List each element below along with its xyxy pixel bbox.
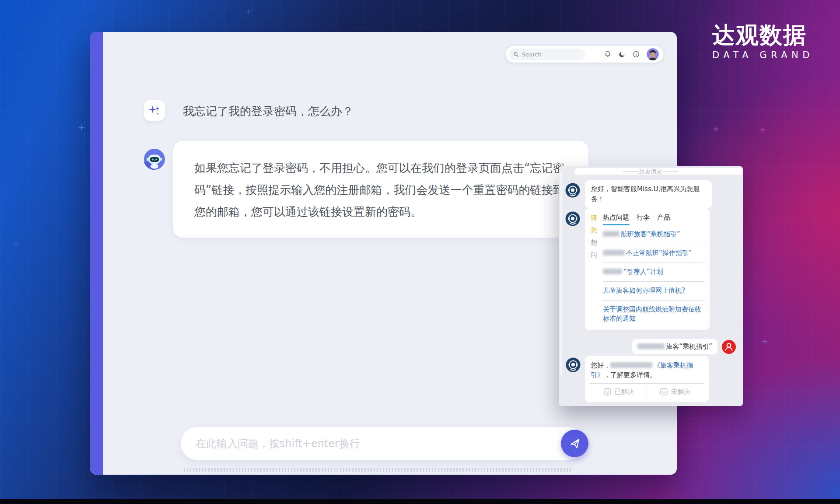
user-message-text: 我忘记了我的登录密码，怎么办？: [183, 104, 354, 119]
info-button[interactable]: [632, 50, 640, 58]
bot-message-text: 如果您忘记了登录密码，不用担心。您可以在我们的登录页面点击“忘记密码”链接，按照…: [194, 157, 571, 223]
bell-icon: [604, 50, 612, 58]
message-input-bar: [181, 427, 585, 460]
bottom-black-bar: [0, 499, 840, 504]
headset-agent-icon: [565, 211, 580, 226]
sparkle-icon: [147, 103, 162, 118]
resolved-label: 已解决: [615, 387, 634, 396]
plus-mark: +: [761, 336, 769, 346]
widget-tabs: 热点问题 行李 产品: [603, 214, 704, 222]
widget-scrollbar[interactable]: [560, 171, 562, 376]
history-divider: -------历史消息-------: [559, 168, 743, 175]
hot-question-link[interactable]: 不正常航班“操作指引”: [603, 244, 704, 263]
notification-bell-button[interactable]: [604, 50, 612, 58]
redacted-text: [603, 269, 622, 274]
plus-mark: +: [12, 238, 20, 249]
desktop-background: + + + + + + + + 达观数据 DATA GRAND: [0, 0, 840, 504]
hot-question-link[interactable]: 关于调整国内航线燃油附加费征收标准的通知: [603, 301, 704, 324]
service-greeting-text: 您好，智能客服Miss.U,很高兴为您服务！: [591, 185, 700, 203]
hot-question-text: 关于调整国内航线燃油附加费征收标准的通知: [603, 305, 701, 322]
answer-prefix: 您好，: [591, 361, 610, 369]
bot-avatar: [144, 149, 165, 170]
robot-icon: [144, 149, 165, 170]
guess-char: 您: [591, 227, 598, 234]
service-avatar: [566, 357, 581, 372]
guess-label: 猜 您 想 问: [591, 214, 598, 324]
redacted-text: [610, 362, 652, 368]
service-greeting-bubble: 您好，智能客服Miss.U,很高兴为您服务！: [585, 180, 712, 208]
user-message-icon: [144, 100, 165, 121]
search-icon: [513, 52, 519, 57]
bot-message-bubble: 如果您忘记了登录密码，不用担心。您可以在我们的登录页面点击“忘记密码”链接，按照…: [173, 141, 588, 238]
hot-question-text: “引荐人”计划: [623, 268, 663, 276]
tab-luggage[interactable]: 行李: [637, 214, 650, 222]
guess-questions-bubble: 猜 您 想 问 热点问题 行李 产品 航班旅客“乘机指引” 不正常航班“操作指引…: [585, 208, 710, 330]
service-chat-widget: -------历史消息------- 您好，智能客服Miss.U,很高兴为您服务…: [559, 166, 743, 406]
headset-agent-icon: [565, 183, 580, 198]
widget-user-message: 旅客“乘机指引”: [632, 339, 736, 354]
hot-question-text: 航班旅客“乘机指引”: [621, 230, 680, 238]
guess-char: 想: [591, 239, 598, 246]
search-input[interactable]: [522, 51, 574, 58]
message-input[interactable]: [181, 438, 585, 450]
moon-icon: [618, 51, 626, 58]
redacted-text: [637, 343, 665, 349]
window-spine: [90, 32, 103, 475]
widget-user-text: 旅客“乘机指引”: [666, 343, 712, 350]
service-answer-text: 您好，《旅客乘机指引》，了解更多详情。: [591, 360, 703, 380]
footer-fine-print: [184, 468, 573, 472]
guess-char: 猜: [591, 214, 598, 222]
hot-question-link[interactable]: “引荐人”计划: [603, 263, 704, 282]
search-box[interactable]: [509, 49, 585, 60]
answer-suffix: ，了解更多详情。: [604, 371, 656, 379]
headset-agent-icon: [566, 357, 581, 372]
info-icon: [632, 50, 640, 58]
dark-mode-toggle[interactable]: [618, 51, 626, 58]
plus-mark: +: [759, 124, 766, 135]
hot-question-text: 儿童旅客如何办理网上值机?: [603, 287, 685, 294]
redacted-text: [603, 250, 625, 256]
unresolved-label: 未解决: [671, 387, 691, 396]
resolved-button[interactable]: 已解决: [591, 387, 647, 396]
brand-cn: 达观数据: [712, 23, 814, 48]
smile-icon: [603, 388, 612, 396]
plus-mark: +: [245, 6, 252, 17]
redacted-text: [603, 231, 620, 237]
topbar: [506, 46, 663, 63]
tab-hot-questions[interactable]: 热点问题: [603, 214, 629, 222]
user-avatar-photo: [647, 48, 659, 60]
plus-mark: +: [712, 123, 720, 134]
unresolved-button[interactable]: 未解决: [647, 387, 703, 396]
widget-user-avatar: [722, 340, 736, 354]
user-avatar[interactable]: [647, 48, 659, 60]
hot-question-text: 不正常航班“操作指引”: [626, 249, 692, 257]
hot-question-link[interactable]: 儿童旅客如何办理网上值机?: [603, 282, 704, 301]
brand-logo: 达观数据 DATA GRAND: [712, 23, 814, 60]
widget-user-bubble: 旅客“乘机指引”: [632, 339, 718, 354]
tab-products[interactable]: 产品: [657, 214, 670, 222]
service-avatar: [565, 211, 580, 226]
hot-question-link[interactable]: 航班旅客“乘机指引”: [603, 225, 704, 244]
service-answer-bubble: 您好，《旅客乘机指引》，了解更多详情。 已解决: [585, 356, 709, 402]
frown-icon: [660, 388, 668, 396]
send-icon: [568, 437, 581, 450]
service-avatar: [565, 183, 580, 198]
feedback-row: 已解决 未解决: [591, 384, 703, 399]
person-icon: [722, 340, 736, 354]
plus-mark: +: [78, 122, 85, 132]
send-button[interactable]: [561, 430, 588, 457]
guess-char: 问: [591, 251, 598, 259]
brand-en: DATA GRAND: [712, 50, 814, 60]
